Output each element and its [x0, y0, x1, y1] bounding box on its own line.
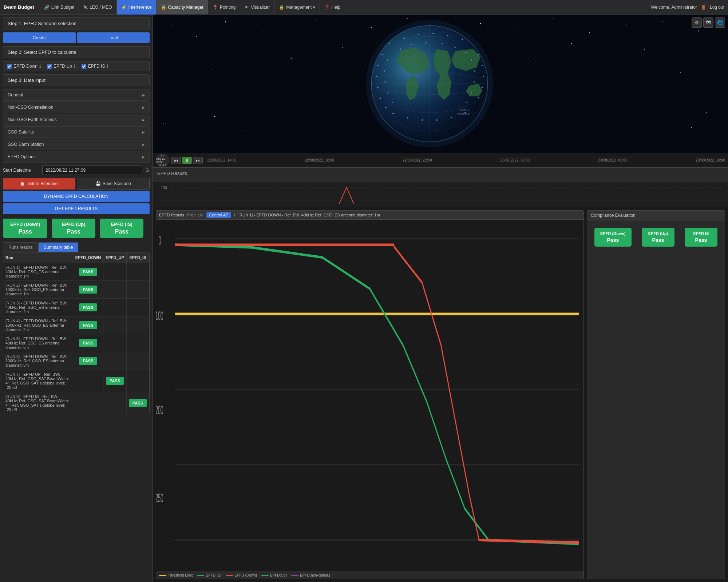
- comp-badge-is-value: Pass: [691, 237, 712, 243]
- accordion-epfd-options-header[interactable]: EPFD Options ▶: [3, 151, 149, 162]
- svg-point-19: [342, 47, 343, 48]
- globe-settings-btn[interactable]: ⚙: [692, 17, 702, 28]
- epfd-up-cell: [103, 392, 127, 414]
- nav-item-interference[interactable]: ⚡ Interference: [117, 0, 157, 15]
- svg-point-15: [699, 31, 700, 32]
- globe-layer-btn[interactable]: 🗺: [703, 17, 713, 28]
- svg-point-51: [385, 107, 387, 108]
- pointing-icon: 📍: [213, 5, 218, 10]
- compliance-badge-up[interactable]: EPFD (Up) Pass: [642, 228, 674, 247]
- run-name-cell: [RUN 5] - EPFD DOWN - Ref. BW: 40kHz; Re…: [3, 334, 73, 352]
- right-panel: SOUTH AMERICA ⚙ 🗺 🌐 1x: [153, 15, 728, 582]
- svg-point-17: [211, 69, 211, 69]
- legend-dot-threshold: [159, 575, 166, 576]
- compliance-badge-down[interactable]: EPFD (Down) Pass: [594, 228, 632, 247]
- tab-summary-table[interactable]: Summary table: [38, 242, 79, 252]
- svg-point-50: [380, 97, 381, 99]
- delete-button[interactable]: 🗑 Delete Scenario: [3, 178, 75, 190]
- epfd-down-checkbox[interactable]: [7, 64, 12, 69]
- svg-point-48: [376, 76, 377, 77]
- epfd-up-info-icon[interactable]: ℹ: [74, 64, 76, 69]
- svg-point-32: [366, 20, 493, 147]
- rewind-button[interactable]: ⏮: [171, 157, 181, 164]
- nav-label-interference: Interference: [128, 5, 152, 10]
- dynamic-epfd-button[interactable]: DYNAMIC EPFD CALCULATION: [3, 191, 150, 202]
- compliance-badge-is[interactable]: EPFD IS Pass: [685, 228, 717, 247]
- accordion-non-gso-earth[interactable]: Non-GSO Earth Station/s ▶: [3, 114, 150, 125]
- play-pause-button[interactable]: ⏸: [182, 157, 192, 164]
- accordion-non-gso-earth-header[interactable]: Non-GSO Earth Station/s ▶: [3, 114, 149, 125]
- checkbox-epfd-up: EPFD Up ℹ: [47, 64, 76, 69]
- status-badge-epfd-is[interactable]: EPFD (IS) Pass: [100, 219, 143, 238]
- svg-rect-84: [156, 220, 583, 571]
- datetime-input[interactable]: [42, 166, 142, 175]
- svg-point-73: [392, 102, 393, 103]
- svg-point-71: [384, 81, 386, 83]
- epfd-is-cell: PASS: [126, 392, 149, 414]
- svg-point-36: [371, 36, 488, 131]
- nav-label-pointing: Pointing: [220, 5, 236, 10]
- nav-item-link-budget[interactable]: 🔗 Link Budget: [40, 0, 79, 15]
- accordion-non-gso-constellation-header[interactable]: Non-GSO Constellation ▶: [3, 102, 149, 113]
- epfd-up-checkbox[interactable]: [47, 64, 52, 69]
- fast-forward-button[interactable]: ⏭: [193, 157, 203, 164]
- svg-point-7: [407, 18, 408, 19]
- epfd-is-info-icon[interactable]: ℹ: [107, 64, 108, 69]
- datetime-row: Start Datetime 🗓: [3, 166, 150, 175]
- accordion-gso-earth-header[interactable]: GSO Earth Station ▶: [3, 139, 149, 150]
- svg-point-24: [644, 49, 645, 50]
- epfd-main-chart-svg: 0 -100 -200 -250: [156, 220, 583, 571]
- accordion-gso-earth[interactable]: GSO Earth Station ▶: [3, 139, 150, 150]
- nav-item-leo-meo[interactable]: 🛰 LEO / MEO: [79, 0, 116, 15]
- epfd-legend: Threshold Limit EPFD(IS) EPFD (Down) EPF…: [156, 571, 583, 579]
- accordion-general-header[interactable]: General ▶: [3, 89, 149, 100]
- accordion-non-gso-constellation[interactable]: Non-GSO Constellation ▶: [3, 101, 150, 113]
- create-button[interactable]: Create: [3, 32, 76, 43]
- svg-point-22: [535, 61, 535, 62]
- epfd-is-checkbox[interactable]: [82, 64, 86, 69]
- status-badge-epfd-down[interactable]: EPFD (Down) Pass: [3, 219, 47, 238]
- globe-continents: SOUTH AMERICA: [371, 25, 488, 142]
- legend-epfd-noncumul: EPFD(non-cumul.): [291, 573, 330, 577]
- accordion-general[interactable]: General ▶: [3, 89, 150, 101]
- comp-badge-down-value: Pass: [600, 237, 626, 243]
- svg-point-54: [483, 76, 484, 77]
- get-results-button[interactable]: GET EPFD RESULTS: [3, 203, 150, 214]
- epfd-up-cell: [103, 352, 127, 370]
- nav-item-management[interactable]: 🔒 Management ▾: [274, 0, 320, 15]
- accordion-gso-satellite[interactable]: GSO Satellite ▶: [3, 126, 150, 138]
- timeline-labels: 22/08/2022, 14:00 22/08/2022, 18:00 22/0…: [207, 158, 725, 162]
- load-button[interactable]: Load: [77, 32, 150, 43]
- svg-text:100: 100: [161, 186, 167, 190]
- svg-point-35: [371, 55, 488, 113]
- nav-logout[interactable]: Log out: [710, 5, 724, 10]
- save-button[interactable]: 💾 Save Scenario: [77, 178, 150, 190]
- prop-lm-tab-label[interactable]: Prop. LM: [187, 213, 203, 217]
- table-row: [RUN 4] - EPFD DOWN - Ref. BW: 1000kHz; …: [3, 316, 149, 334]
- epfd-results-header: EPFD Results: [153, 167, 728, 182]
- info-icon-graph[interactable]: ℹ: [234, 213, 236, 218]
- nav-item-capacity-manager[interactable]: 🔒 Capacity Manager: [157, 0, 208, 15]
- nav-item-visualizer[interactable]: 👁 Visualizer: [240, 0, 274, 15]
- svg-point-18: [291, 58, 292, 59]
- nav-label-leo-meo: LEO / MEO: [90, 5, 112, 10]
- svg-point-53: [482, 65, 483, 66]
- time-label-1: 22/08/2022, 14:00: [207, 158, 237, 162]
- status-badge-epfd-up[interactable]: EPFD (Up) Pass: [52, 219, 95, 238]
- nav-item-help[interactable]: ❓ Help: [320, 0, 345, 15]
- control-ap-tab-label[interactable]: Control AP: [206, 212, 232, 218]
- accordion-epfd-options[interactable]: EPFD Options ▶: [3, 151, 150, 163]
- svg-point-41: [418, 34, 419, 35]
- nav-item-pointing[interactable]: 📍 Pointing: [208, 0, 240, 15]
- calendar-icon[interactable]: 🗓: [145, 168, 150, 173]
- tab-runs-results[interactable]: Runs results: [3, 242, 38, 252]
- time-label-3: 22/08/2022, 22:00: [403, 158, 432, 162]
- accordion-gso-satellite-header[interactable]: GSO Satellite ▶: [3, 127, 149, 137]
- lock-icon-mgmt: 🔒: [279, 5, 284, 10]
- th-epfd-up: EPFD_UP: [103, 252, 127, 263]
- time-label-2: 22/08/2022, 18:00: [305, 158, 334, 162]
- epfd-results-tab-label[interactable]: EPFD Results: [159, 213, 184, 217]
- globe-globe-btn[interactable]: 🌐: [715, 17, 725, 28]
- epfd-down-info-icon[interactable]: ℹ: [39, 64, 41, 69]
- svg-point-6: [371, 27, 372, 28]
